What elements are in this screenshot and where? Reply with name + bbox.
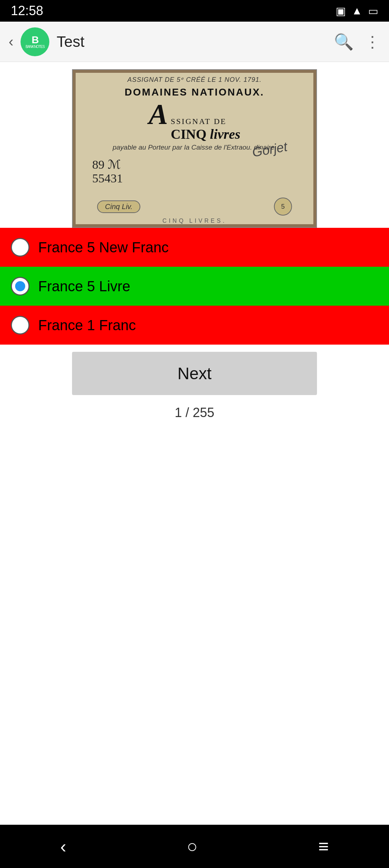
status-icons: ▣ ▲ ▭ [336, 5, 378, 17]
banknote-footer: CINQ LIVRES. [162, 218, 227, 224]
app-logo: BBANKNOTES [21, 27, 49, 56]
next-button[interactable]: Next [72, 352, 317, 395]
radio-1[interactable] [11, 238, 30, 257]
option-label-3: France 1 Franc [38, 317, 136, 333]
option-row-3[interactable]: France 1 Franc [0, 306, 389, 345]
radio-2[interactable] [11, 277, 30, 296]
status-bar: 12:58 ▣ ▲ ▭ [0, 0, 389, 22]
progress-text: 1 / 255 [175, 405, 214, 420]
banknote-line1: DOMAINES NATIONAUX. [125, 87, 264, 98]
option-label-1: France 5 New Franc [38, 239, 169, 256]
bottom-nav: ‹ ○ ≡ [0, 825, 389, 868]
app-title: Test [57, 33, 327, 50]
option-row-1[interactable]: France 5 New Franc [0, 228, 389, 267]
logo-sub: BANKNOTES [26, 45, 45, 49]
status-time: 12:58 [11, 3, 43, 18]
wifi-icon: ▲ [352, 5, 362, 17]
app-bar-actions: 🔍 ⋮ [334, 32, 380, 51]
nav-back-icon[interactable]: ‹ [60, 836, 66, 857]
radio-inner-2 [15, 281, 25, 291]
more-icon[interactable]: ⋮ [365, 32, 380, 51]
banknote-numbers: 89 ℳ 55431 [81, 157, 308, 185]
banknote-header: ASSIGNAT DE 5ᵉ CRÉÉ LE 1 NOV. 1791. [128, 76, 261, 84]
app-bar: ‹ BBANKNOTES Test 🔍 ⋮ [0, 22, 389, 62]
nav-menu-icon[interactable]: ≡ [318, 836, 328, 857]
battery-icon: ▭ [368, 5, 378, 17]
banknote-image-container: ASSIGNAT DE 5ᵉ CRÉÉ LE 1 NOV. 1791. DOMA… [0, 62, 389, 228]
option-label-2: France 5 Livre [38, 278, 130, 294]
banknote-cinq: CINQ livres [171, 126, 240, 142]
options-container: France 5 New Franc France 5 Livre France… [0, 228, 389, 345]
banknote-num2: 55431 [92, 172, 308, 185]
vibrate-icon: ▣ [336, 5, 346, 17]
logo-text: BBANKNOTES [26, 35, 45, 49]
banknote-circle: 5 [274, 198, 292, 216]
banknote-bottom: Cinq Liv. 5 [97, 198, 292, 216]
banknote-oval: Cinq Liv. [97, 200, 140, 213]
banknote-assignat: SSIGNAT DE [171, 117, 227, 126]
option-row-2[interactable]: France 5 Livre [0, 267, 389, 306]
back-icon[interactable]: ‹ [9, 34, 13, 50]
main-content: ASSIGNAT DE 5ᵉ CRÉÉ LE 1 NOV. 1791. DOMA… [0, 62, 389, 825]
nav-home-icon[interactable]: ○ [187, 836, 198, 857]
banknote-num1: 89 ℳ [92, 157, 308, 172]
radio-3[interactable] [11, 316, 30, 335]
banknote-image: ASSIGNAT DE 5ᵉ CRÉÉ LE 1 NOV. 1791. DOMA… [72, 69, 317, 228]
search-icon[interactable]: 🔍 [334, 32, 354, 51]
big-a-letter: A [149, 98, 168, 131]
